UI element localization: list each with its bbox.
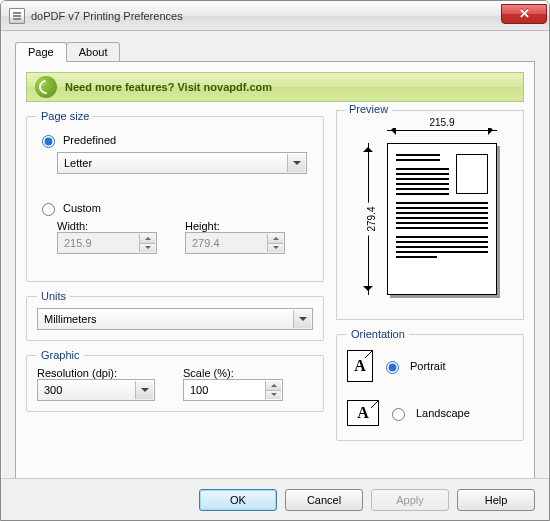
radio-portrait[interactable] [386, 361, 399, 374]
value-scale: 100 [190, 384, 208, 396]
help-button[interactable]: Help [457, 489, 535, 511]
legend-graphic: Graphic [37, 349, 84, 361]
chevron-down-icon [135, 381, 153, 399]
tabstrip: Page About [15, 42, 535, 62]
landscape-icon: A [347, 400, 379, 426]
combo-predefined-value: Letter [64, 157, 92, 169]
input-scale[interactable]: 100 [183, 379, 283, 401]
combo-resolution[interactable]: 300 [37, 379, 155, 401]
combo-predefined-size[interactable]: Letter [57, 152, 307, 174]
value-resolution: 300 [44, 384, 62, 396]
tab-about[interactable]: About [66, 42, 121, 62]
banner-text: Need more features? Visit novapdf.com [65, 81, 272, 93]
group-graphic: Graphic Resolution (dpi): 300 Scale (%) [26, 349, 324, 412]
label-width: Width: [57, 220, 157, 232]
combo-units[interactable]: Millimeters [37, 308, 313, 330]
ok-button[interactable]: OK [199, 489, 277, 511]
value-height: 279.4 [192, 237, 220, 249]
close-icon: ✕ [519, 6, 530, 21]
app-icon [9, 8, 25, 24]
spinner-height [267, 234, 283, 252]
chevron-down-icon [287, 154, 305, 172]
titlebar: doPDF v7 Printing Preferences ✕ [1, 1, 549, 31]
legend-preview: Preview [345, 103, 392, 115]
preview-width-value: 215.9 [425, 117, 458, 128]
value-width: 215.9 [64, 237, 92, 249]
combo-units-value: Millimeters [44, 313, 97, 325]
apply-button: Apply [371, 489, 449, 511]
tab-page[interactable]: Page [15, 42, 67, 62]
page-preview-icon [387, 143, 497, 295]
preview-height-value: 279.4 [366, 202, 377, 235]
label-predefined: Predefined [63, 134, 116, 146]
tab-panel-page: Need more features? Visit novapdf.com Pa… [15, 61, 535, 481]
group-page-size: Page size Predefined Letter Custom [26, 110, 324, 282]
chevron-down-icon [293, 310, 311, 328]
input-height: 279.4 [185, 232, 285, 254]
radio-predefined[interactable] [42, 135, 55, 148]
dimension-vertical: 279.4 [361, 143, 375, 295]
legend-page-size: Page size [37, 110, 93, 122]
label-scale: Scale (%): [183, 367, 234, 379]
label-height: Height: [185, 220, 285, 232]
dialog-footer: OK Cancel Apply Help [1, 478, 549, 520]
refresh-icon [35, 76, 57, 98]
cancel-button[interactable]: Cancel [285, 489, 363, 511]
legend-units: Units [37, 290, 70, 302]
label-custom: Custom [63, 202, 101, 214]
label-portrait: Portrait [410, 360, 445, 372]
group-preview: Preview 215.9 279.4 [336, 110, 524, 320]
portrait-icon: A [347, 350, 373, 382]
label-landscape: Landscape [416, 407, 470, 419]
group-units: Units Millimeters [26, 290, 324, 341]
spinner-scale[interactable] [265, 381, 281, 399]
window-frame: doPDF v7 Printing Preferences ✕ Page Abo… [0, 0, 550, 521]
input-width: 215.9 [57, 232, 157, 254]
close-button[interactable]: ✕ [501, 4, 547, 24]
promo-banner[interactable]: Need more features? Visit novapdf.com [26, 72, 524, 102]
spinner-width [139, 234, 155, 252]
radio-landscape[interactable] [392, 408, 405, 421]
label-resolution: Resolution (dpi): [37, 367, 117, 379]
group-orientation: Orientation A Portrait A Landscape [336, 328, 524, 441]
radio-custom[interactable] [42, 203, 55, 216]
dimension-horizontal: 215.9 [387, 123, 497, 137]
legend-orientation: Orientation [347, 328, 409, 340]
window-title: doPDF v7 Printing Preferences [31, 10, 501, 22]
